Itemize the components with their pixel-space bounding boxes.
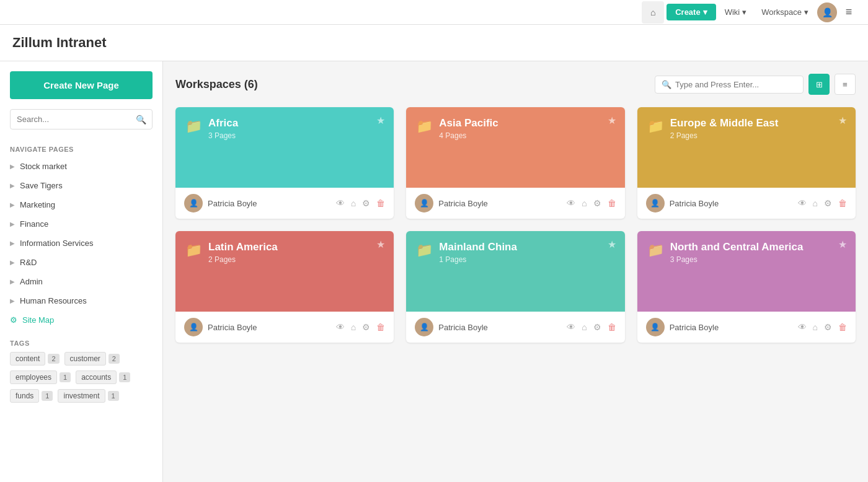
tag-name[interactable]: funds bbox=[10, 389, 39, 403]
user-avatar[interactable]: 👤 bbox=[817, 2, 837, 22]
workspace-actions: 👁 ⌂ ⚙ 🗑 bbox=[567, 322, 616, 332]
workspace-pages: 3 Pages bbox=[208, 131, 238, 140]
sidebar-nav-item[interactable]: ▶Stock market bbox=[0, 157, 162, 176]
settings-icon[interactable]: ⚙ bbox=[362, 322, 370, 332]
delete-icon[interactable]: 🗑 bbox=[608, 322, 616, 332]
wiki-chevron-icon: ▾ bbox=[742, 7, 746, 17]
sitemap-link[interactable]: ⚙ Site Map bbox=[0, 310, 162, 330]
workspace-info: Mainland China 1 Pages bbox=[439, 241, 517, 264]
nav-arrow-icon: ▶ bbox=[10, 182, 15, 189]
workspace-nav[interactable]: Workspace ▾ bbox=[755, 4, 815, 20]
list-view-button[interactable]: ≡ bbox=[835, 74, 856, 95]
avatar: 👤 bbox=[646, 194, 665, 213]
settings-icon[interactable]: ⚙ bbox=[593, 198, 601, 208]
nav-item-label: Marketing bbox=[20, 200, 55, 209]
workspace-pages: 3 Pages bbox=[670, 255, 804, 264]
home-ws-icon[interactable]: ⌂ bbox=[813, 322, 818, 332]
create-label: Create bbox=[675, 7, 700, 17]
workspace-author: Patricia Boyle bbox=[438, 199, 487, 208]
workspace-user-info: 👤 Patricia Boyle bbox=[415, 318, 487, 336]
home-ws-icon[interactable]: ⌂ bbox=[351, 322, 356, 332]
workspace-info: North and Central America 3 Pages bbox=[670, 241, 804, 264]
nav-arrow-icon: ▶ bbox=[10, 259, 15, 266]
star-icon[interactable]: ★ bbox=[838, 115, 847, 126]
tag-count: 1 bbox=[42, 391, 53, 401]
sidebar-nav-item[interactable]: ▶Marketing bbox=[0, 195, 162, 214]
home-ws-icon[interactable]: ⌂ bbox=[351, 198, 356, 208]
tag-name[interactable]: investment bbox=[58, 389, 105, 403]
star-icon[interactable]: ★ bbox=[608, 115, 616, 126]
view-icon[interactable]: 👁 bbox=[567, 198, 575, 208]
view-icon[interactable]: 👁 bbox=[336, 322, 345, 332]
workspace-name: Mainland China bbox=[439, 241, 517, 253]
workspace-search-input[interactable] bbox=[675, 80, 797, 89]
tag-count: 1 bbox=[60, 372, 71, 382]
delete-icon[interactable]: 🗑 bbox=[376, 198, 385, 208]
nav-arrow-icon: ▶ bbox=[10, 297, 15, 304]
create-new-page-button[interactable]: Create New Page bbox=[10, 71, 153, 99]
menu-icon[interactable]: ≡ bbox=[839, 3, 858, 22]
view-icon[interactable]: 👁 bbox=[798, 322, 807, 332]
workspace-pages: 1 Pages bbox=[439, 255, 517, 264]
wiki-nav[interactable]: Wiki ▾ bbox=[719, 4, 753, 20]
workspace-card-banner: 📁 Asia Pacific 4 Pages ★ bbox=[406, 107, 624, 188]
sidebar-nav-item[interactable]: ▶Information Services bbox=[0, 234, 162, 253]
delete-icon[interactable]: 🗑 bbox=[376, 322, 385, 332]
tags-container: content2customer2employees1accounts1fund… bbox=[0, 352, 162, 403]
star-icon[interactable]: ★ bbox=[376, 115, 385, 126]
tag-name[interactable]: accounts bbox=[76, 370, 117, 384]
workspace-info: Asia Pacific 4 Pages bbox=[439, 117, 498, 140]
tag-name[interactable]: employees bbox=[10, 370, 57, 384]
home-ws-icon[interactable]: ⌂ bbox=[582, 198, 587, 208]
delete-icon[interactable]: 🗑 bbox=[838, 322, 847, 332]
avatar: 👤 bbox=[184, 318, 203, 336]
sidebar-nav-item[interactable]: ▶R&D bbox=[0, 253, 162, 272]
nav-item-label: Stock market bbox=[20, 162, 67, 171]
settings-icon[interactable]: ⚙ bbox=[824, 198, 832, 208]
workspace-search-box: 🔍 bbox=[655, 76, 804, 94]
workspace-card-banner: 📁 Africa 3 Pages ★ bbox=[175, 107, 394, 188]
nav-item-label: Information Services bbox=[20, 239, 94, 248]
settings-icon[interactable]: ⚙ bbox=[824, 322, 832, 332]
nav-arrow-icon: ▶ bbox=[10, 278, 15, 285]
delete-icon[interactable]: 🗑 bbox=[838, 198, 847, 208]
sidebar-search-input[interactable] bbox=[10, 109, 153, 129]
grid-view-button[interactable]: ⊞ bbox=[808, 74, 830, 95]
home-ws-icon[interactable]: ⌂ bbox=[582, 322, 587, 332]
top-navigation: ⌂ Create ▾ Wiki ▾ Workspace ▾ 👤 ≡ bbox=[0, 0, 868, 25]
view-icon[interactable]: 👁 bbox=[567, 322, 575, 332]
star-icon[interactable]: ★ bbox=[608, 239, 616, 250]
tag-name[interactable]: customer bbox=[64, 352, 106, 366]
view-icon[interactable]: 👁 bbox=[336, 198, 345, 208]
sidebar-nav-item[interactable]: ▶Save Tigers bbox=[0, 176, 162, 195]
create-button[interactable]: Create ▾ bbox=[666, 4, 715, 20]
view-icon[interactable]: 👁 bbox=[798, 198, 807, 208]
workspaces-controls: 🔍 ⊞ ≡ bbox=[655, 74, 856, 95]
workspace-actions: 👁 ⌂ ⚙ 🗑 bbox=[798, 198, 847, 208]
workspace-card-footer: 👤 Patricia Boyle 👁 ⌂ ⚙ 🗑 bbox=[637, 312, 856, 343]
settings-icon[interactable]: ⚙ bbox=[362, 198, 370, 208]
star-icon[interactable]: ★ bbox=[376, 239, 385, 250]
workspace-actions: 👁 ⌂ ⚙ 🗑 bbox=[336, 322, 385, 332]
workspace-card: 📁 Asia Pacific 4 Pages ★ 👤 Patricia Boyl… bbox=[406, 107, 624, 219]
home-ws-icon[interactable]: ⌂ bbox=[813, 198, 818, 208]
sidebar-nav-item[interactable]: ▶Admin bbox=[0, 272, 162, 291]
home-button[interactable]: ⌂ bbox=[642, 1, 664, 24]
delete-icon[interactable]: 🗑 bbox=[608, 198, 616, 208]
folder-icon: 📁 bbox=[416, 118, 433, 134]
nav-arrow-icon: ▶ bbox=[10, 163, 15, 170]
settings-icon[interactable]: ⚙ bbox=[593, 322, 601, 332]
workspace-name: Europe & Middle East bbox=[670, 117, 779, 129]
sidebar-nav-item[interactable]: ▶Human Resources bbox=[0, 291, 162, 310]
tag-item: investment1 bbox=[58, 389, 118, 403]
star-icon[interactable]: ★ bbox=[838, 239, 847, 250]
tag-item: customer2 bbox=[64, 352, 120, 366]
tag-name[interactable]: content bbox=[10, 352, 45, 366]
workspace-info: Europe & Middle East 2 Pages bbox=[670, 117, 779, 140]
workspace-card: 📁 North and Central America 3 Pages ★ 👤 … bbox=[637, 231, 856, 343]
avatar: 👤 bbox=[184, 194, 203, 213]
workspace-card-footer: 👤 Patricia Boyle 👁 ⌂ ⚙ 🗑 bbox=[406, 188, 624, 219]
sidebar-nav-item[interactable]: ▶Finance bbox=[0, 214, 162, 234]
folder-icon: 📁 bbox=[416, 242, 433, 258]
workspace-author: Patricia Boyle bbox=[670, 323, 719, 332]
